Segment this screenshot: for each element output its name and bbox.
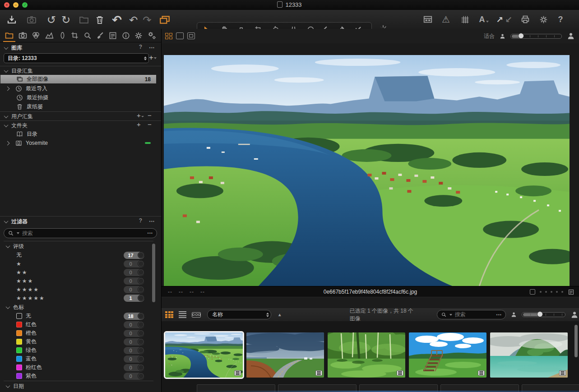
filter-color-purple[interactable]: 紫色 0	[0, 372, 153, 380]
filter-rating-none[interactable]: 无 17	[0, 251, 153, 259]
filter-rating-3[interactable]: ★★★ 0	[0, 277, 153, 285]
proof-view-icon[interactable]	[187, 32, 195, 39]
section-catalog-collections[interactable]: 目录汇集	[5, 67, 33, 75]
import-icon[interactable]	[5, 14, 18, 25]
thumbnail-teal-lake[interactable]	[490, 332, 568, 378]
rotate-right-icon[interactable]: ↻	[60, 14, 72, 26]
person-small-icon[interactable]	[499, 33, 506, 40]
zoom-fit-label[interactable]: 适合	[484, 32, 495, 40]
count-toggle[interactable]: 18	[124, 313, 144, 320]
sidebar-item-recent-captures[interactable]: 最近拍摄	[0, 93, 156, 102]
thumbnail-mossy-forest[interactable]	[328, 332, 405, 378]
annotations-icon[interactable]: A	[478, 15, 489, 24]
tab-info[interactable]	[121, 29, 130, 42]
filters-more-icon[interactable]: •••	[149, 219, 155, 224]
search-options-icon[interactable]: •••	[496, 313, 502, 317]
grid-view-icon[interactable]	[165, 311, 173, 318]
primary-view-icon[interactable]	[176, 32, 184, 39]
count-toggle[interactable]: 0	[124, 277, 144, 285]
tab-composition[interactable]	[70, 29, 79, 42]
color-label-section-header[interactable]: 色标	[6, 304, 24, 311]
filter-rating-2[interactable]: ★★ 0	[0, 268, 153, 277]
undo-icon[interactable]: ↶	[127, 14, 140, 26]
count-toggle[interactable]: 17	[124, 252, 144, 259]
thumbnail-size-slider[interactable]	[522, 312, 565, 317]
thumbnail-storm-road[interactable]	[246, 332, 324, 378]
reset-adjustments-icon[interactable]: ↶	[110, 13, 124, 27]
attach-viewer-icon[interactable]: ↙	[505, 14, 513, 24]
section-folders[interactable]: 文件夹	[5, 121, 28, 129]
add-user-collection-button[interactable]: +	[137, 113, 144, 118]
browser-scrollbar[interactable]	[574, 325, 578, 357]
tab-details[interactable]	[83, 29, 92, 42]
count-toggle[interactable]: 1	[124, 295, 144, 302]
library-help-icon[interactable]: ?	[139, 44, 142, 50]
help-icon[interactable]: ?	[556, 15, 565, 24]
count-toggle[interactable]: 0	[124, 321, 144, 328]
viewer-canvas[interactable]	[162, 43, 579, 286]
tab-metadata[interactable]	[108, 29, 117, 42]
library-header[interactable]: 图库	[5, 44, 22, 52]
filters-scrollbar[interactable]	[152, 244, 155, 302]
capture-icon[interactable]	[25, 14, 38, 25]
filter-color-blue[interactable]: 蓝色 0	[0, 355, 153, 363]
tab-capture[interactable]	[18, 29, 28, 42]
delete-icon[interactable]	[94, 14, 106, 25]
person-large-icon[interactable]	[566, 32, 575, 41]
person-small-icon[interactable]	[510, 311, 517, 318]
filter-search-input[interactable]: 搜索 •••	[4, 228, 157, 238]
print-icon[interactable]	[520, 14, 531, 24]
remove-folder-button[interactable]: −	[148, 122, 152, 127]
detach-viewer-icon[interactable]: ↗	[496, 14, 504, 24]
library-more-icon[interactable]: •••	[149, 46, 155, 50]
chevron-right-icon[interactable]	[5, 141, 10, 145]
sort-direction-icon[interactable]: ▲	[278, 312, 282, 317]
chevron-right-icon[interactable]	[5, 86, 10, 91]
filter-color-pink[interactable]: 粉红色 0	[0, 363, 153, 372]
move-to-folder-icon[interactable]	[78, 14, 90, 25]
catalog-select[interactable]: 目录: 12333	[4, 53, 149, 63]
filter-color-red[interactable]: 红色 0	[0, 320, 153, 329]
filters-help-icon[interactable]: ?	[139, 217, 142, 224]
date-section-header[interactable]: 日期	[6, 383, 24, 390]
filters-header[interactable]: 过滤器	[5, 218, 28, 226]
count-toggle[interactable]: 0	[124, 373, 144, 380]
count-toggle[interactable]: 0	[124, 330, 144, 337]
tab-adjustments[interactable]	[96, 29, 104, 42]
tab-color[interactable]	[31, 29, 41, 42]
toggle-browser-icon[interactable]	[158, 14, 171, 26]
sidebar-item-trash[interactable]: 废纸篓	[0, 102, 156, 111]
filter-color-orange[interactable]: 橙色 0	[0, 329, 153, 337]
count-toggle[interactable]: 0	[124, 355, 144, 363]
count-toggle[interactable]: 0	[124, 286, 144, 293]
filter-rating-5[interactable]: ★★★★★ 1	[0, 294, 153, 302]
sidebar-item-all-images[interactable]: 全部图像 18	[0, 75, 156, 83]
filter-rating-1[interactable]: ★ 0	[0, 259, 153, 268]
redo-icon[interactable]: ↷	[141, 14, 153, 26]
viewer-layout-icon[interactable]	[422, 14, 433, 24]
sidebar-item-catalog-folder[interactable]: 目录	[0, 129, 156, 138]
tab-library[interactable]	[5, 29, 14, 42]
tab-settings[interactable]	[134, 29, 143, 42]
count-toggle[interactable]: 0	[124, 347, 144, 354]
zoom-slider-knob[interactable]	[518, 33, 524, 39]
sort-select[interactable]: 名称	[207, 310, 271, 319]
filter-color-none[interactable]: 无 18	[0, 312, 153, 320]
tab-plugins[interactable]	[147, 29, 157, 42]
search-options-icon[interactable]: •••	[148, 231, 153, 235]
list-view-icon[interactable]	[179, 311, 186, 318]
remove-user-collection-button[interactable]: −	[148, 113, 152, 118]
thumbnail-size-knob[interactable]	[537, 311, 543, 317]
main-photo[interactable]	[164, 55, 570, 286]
count-toggle[interactable]: 0	[124, 260, 144, 267]
multi-view-icon[interactable]	[165, 33, 172, 39]
add-collection-button[interactable]: +	[149, 53, 157, 62]
preferences-gear-icon[interactable]	[538, 15, 549, 24]
tab-lens[interactable]	[58, 29, 67, 42]
filter-color-green[interactable]: 绿色 0	[0, 346, 153, 355]
filter-color-yellow[interactable]: 黄色 0	[0, 337, 153, 346]
section-user-collections[interactable]: 用户汇集	[5, 112, 33, 120]
rating-section-header[interactable]: 评级	[6, 243, 24, 250]
sidebar-item-yosemite-drive[interactable]: Yosemite	[0, 138, 156, 148]
thumbnail-river-valley[interactable]	[165, 332, 243, 378]
